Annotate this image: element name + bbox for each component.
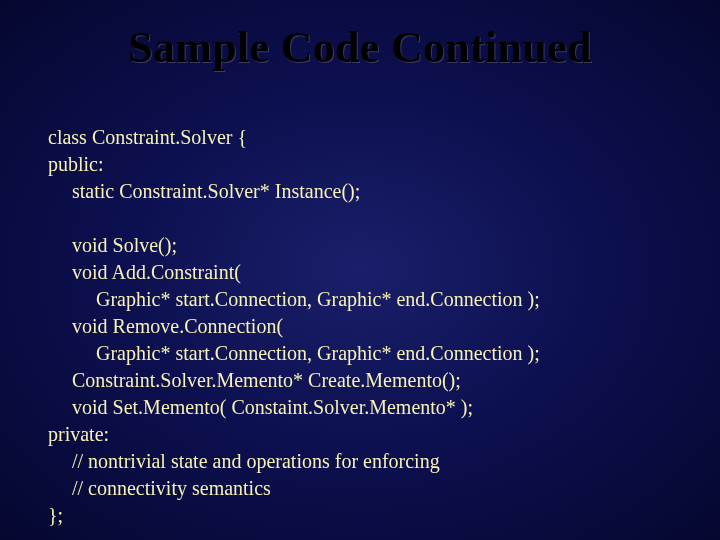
code-line: }; — [48, 504, 63, 526]
code-line: void Solve(); — [48, 232, 177, 259]
code-line: void Remove.Connection( — [48, 313, 283, 340]
code-line: private: — [48, 423, 109, 445]
code-line: public: — [48, 153, 104, 175]
code-line: class Constraint.Solver { — [48, 126, 247, 148]
code-line: Constraint.Solver.Memento* Create.Mement… — [48, 367, 461, 394]
code-block: class Constraint.Solver { public: static… — [48, 97, 672, 540]
code-line: void Add.Constraint( — [48, 259, 241, 286]
code-line: // nontrivial state and operations for e… — [48, 448, 440, 475]
code-line: // connectivity semantics — [48, 475, 271, 502]
code-line: void Set.Memento( Constaint.Solver.Memen… — [48, 394, 473, 421]
code-line: Graphic* start.Connection, Graphic* end.… — [48, 286, 540, 313]
slide: Sample Code Continued class Constraint.S… — [0, 0, 720, 540]
code-line: Graphic* start.Connection, Graphic* end.… — [48, 340, 540, 367]
code-line: static Constraint.Solver* Instance(); — [48, 178, 360, 205]
slide-title: Sample Code Continued — [48, 22, 672, 73]
